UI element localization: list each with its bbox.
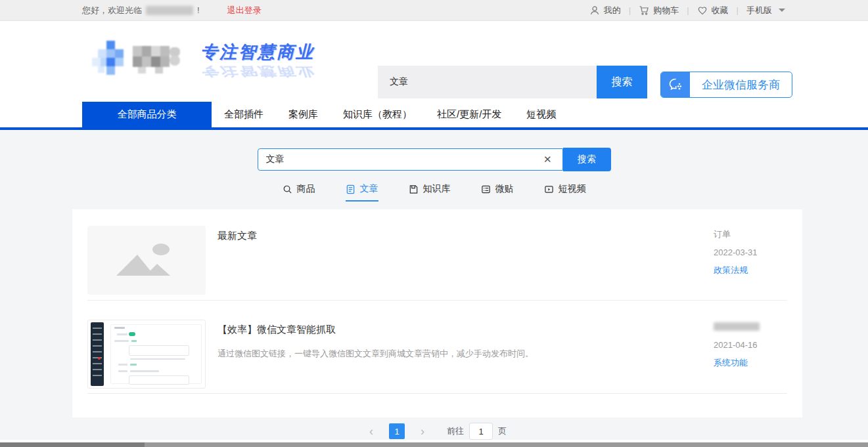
tab-posts-label: 微贴 bbox=[495, 183, 514, 195]
topbar: 您好，欢迎光临 ! 退出登录 我的 | 购物车 | 收藏 | 手机版 bbox=[0, 0, 868, 21]
card-bottom-spacer bbox=[87, 394, 787, 417]
favorites-link[interactable]: 收藏 bbox=[697, 5, 729, 16]
result-meta: 2021-04-16 系统功能 bbox=[714, 320, 787, 389]
wechat-icon-box bbox=[661, 72, 690, 97]
main-content: ✕ 搜索 商品 文章 知识库 微贴 bbox=[0, 130, 868, 440]
user-icon bbox=[589, 5, 600, 16]
wechat-work-icon bbox=[668, 77, 683, 93]
goto-page-group: 前往 页 bbox=[447, 423, 507, 440]
image-placeholder-icon bbox=[107, 238, 186, 284]
chevron-down-icon bbox=[779, 9, 785, 12]
tab-products[interactable]: 商品 bbox=[283, 183, 315, 202]
page-unit-label: 页 bbox=[498, 425, 507, 437]
site-header: 专注智慧商业 专注智慧商业 搜索 企业微信服务商 bbox=[0, 21, 868, 98]
tagline-reflection: 专注智慧商业 bbox=[200, 63, 319, 79]
nav-item-cases[interactable]: 案例库 bbox=[276, 102, 331, 127]
heart-icon bbox=[697, 5, 708, 16]
topbar-separator: | bbox=[687, 5, 689, 15]
result-date: 2022-03-31 bbox=[714, 247, 787, 257]
cart-link[interactable]: 购物车 bbox=[639, 5, 679, 16]
result-description: 通过微信图文链接，一键导入微信图文文章到商城文章营销中，减少手动发布时间。 bbox=[217, 347, 714, 360]
main-nav: 全部商品分类 全部插件 案例库 知识库（教程） 社区/更新/开发 短视频 bbox=[0, 98, 868, 130]
nav-item-video[interactable]: 短视频 bbox=[514, 102, 568, 127]
header-search: 搜索 bbox=[378, 66, 647, 98]
tagline-text: 专注智慧商业 bbox=[200, 41, 319, 64]
result-row[interactable]: 最新文章 订单 2022-03-31 政策法规 bbox=[87, 209, 787, 301]
tab-short-video-label: 短视频 bbox=[559, 183, 586, 195]
thumb-admin-badge-dot bbox=[98, 357, 101, 360]
logout-link[interactable]: 退出登录 bbox=[227, 5, 262, 16]
wechat-provider-label: 企业微信服务商 bbox=[690, 72, 792, 97]
result-search-input-wrap: ✕ bbox=[258, 148, 563, 171]
cart-icon bbox=[639, 5, 649, 16]
favorites-label: 收藏 bbox=[712, 5, 729, 16]
result-search-input[interactable] bbox=[266, 154, 541, 165]
search-icon bbox=[283, 184, 292, 194]
logo-pixelated-image bbox=[92, 41, 191, 77]
nav-item-knowledge[interactable]: 知识库（教程） bbox=[331, 102, 424, 127]
tab-articles-label: 文章 bbox=[360, 183, 378, 195]
greeting-exclaim: ! bbox=[197, 5, 200, 15]
goto-label: 前往 bbox=[447, 425, 464, 437]
my-account-link[interactable]: 我的 bbox=[589, 5, 621, 16]
wechat-provider-button[interactable]: 企业微信服务商 bbox=[660, 72, 792, 98]
result-row[interactable]: 【效率】微信文章智能抓取 通过微信图文链接，一键导入微信图文文章到商城文章营销中… bbox=[87, 301, 787, 394]
mobile-version-label: 手机版 bbox=[746, 5, 772, 16]
result-thumbnail-placeholder[interactable] bbox=[87, 226, 206, 295]
result-body: 【效率】微信文章智能抓取 通过微信图文链接，一键导入微信图文文章到商城文章营销中… bbox=[206, 320, 714, 389]
thumb-admin-toggle bbox=[129, 332, 135, 336]
page-number-current[interactable]: 1 bbox=[389, 423, 405, 439]
result-thumbnail-screenshot[interactable] bbox=[87, 320, 206, 389]
greeting-text: 您好，欢迎光临 bbox=[82, 5, 142, 16]
clear-icon[interactable]: ✕ bbox=[541, 154, 555, 165]
post-icon bbox=[481, 184, 491, 194]
topbar-greeting: 您好，欢迎光临 ! 退出登录 bbox=[82, 5, 262, 16]
result-meta-label: 订单 bbox=[714, 228, 787, 240]
horizontal-scrollbar-thumb[interactable] bbox=[0, 442, 145, 447]
result-title[interactable]: 【效率】微信文章智能抓取 bbox=[217, 324, 714, 336]
tab-posts[interactable]: 微贴 bbox=[481, 183, 514, 202]
brand-tagline: 专注智慧商业 专注智慧商业 bbox=[200, 41, 319, 83]
nav-all-categories[interactable]: 全部商品分类 bbox=[82, 102, 212, 127]
topbar-links: 我的 | 购物车 | 收藏 | 手机版 bbox=[589, 5, 785, 16]
horizontal-scrollbar[interactable] bbox=[0, 442, 868, 447]
result-date: 2021-04-16 bbox=[714, 340, 787, 350]
goto-page-input[interactable] bbox=[469, 423, 493, 440]
article-icon bbox=[346, 184, 355, 194]
my-account-label: 我的 bbox=[604, 5, 621, 16]
header-search-button[interactable]: 搜索 bbox=[597, 66, 647, 98]
tab-knowledge[interactable]: 知识库 bbox=[409, 183, 451, 202]
video-icon bbox=[544, 184, 554, 194]
tab-knowledge-label: 知识库 bbox=[423, 183, 451, 195]
result-category-link[interactable]: 政策法规 bbox=[714, 265, 787, 276]
header-search-input[interactable] bbox=[378, 66, 597, 98]
result-search-button[interactable]: 搜索 bbox=[563, 148, 611, 171]
topbar-separator: | bbox=[737, 5, 739, 15]
site-logo[interactable] bbox=[92, 41, 191, 77]
mobile-version-link[interactable]: 手机版 bbox=[746, 5, 785, 16]
nav-item-community[interactable]: 社区/更新/开发 bbox=[424, 102, 514, 127]
result-tabs: 商品 文章 知识库 微贴 短视频 bbox=[0, 183, 868, 202]
tab-products-label: 商品 bbox=[297, 183, 315, 195]
nav-item-plugins[interactable]: 全部插件 bbox=[212, 102, 276, 127]
result-title[interactable]: 最新文章 bbox=[217, 230, 714, 242]
tab-articles[interactable]: 文章 bbox=[346, 183, 378, 202]
results-card: 最新文章 订单 2022-03-31 政策法规 bbox=[72, 209, 802, 417]
cart-label: 购物车 bbox=[653, 5, 679, 16]
next-page-button[interactable]: › bbox=[413, 423, 432, 439]
tab-short-video[interactable]: 短视频 bbox=[544, 183, 586, 202]
knowledge-icon bbox=[409, 184, 419, 194]
topbar-separator: | bbox=[629, 5, 631, 15]
result-meta: 订单 2022-03-31 政策法规 bbox=[714, 226, 787, 295]
redacted-author bbox=[714, 322, 760, 331]
prev-page-button[interactable]: ‹ bbox=[361, 423, 381, 439]
pagination: ‹ 1 › 前往 页 bbox=[0, 423, 868, 440]
thumb-admin-sidebar bbox=[91, 322, 104, 386]
redacted-username bbox=[146, 6, 193, 15]
result-category-link[interactable]: 系统功能 bbox=[714, 357, 787, 369]
result-body: 最新文章 bbox=[206, 226, 714, 295]
result-search-bar: ✕ 搜索 bbox=[0, 148, 868, 171]
